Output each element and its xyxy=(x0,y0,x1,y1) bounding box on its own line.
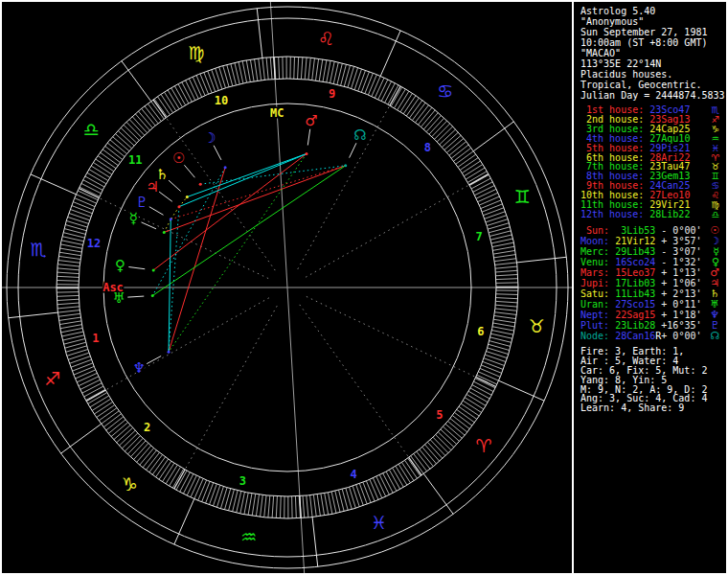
aspect-line-square xyxy=(169,168,225,352)
degree-tick xyxy=(378,80,388,100)
sign-glyph-virgo: ♍ xyxy=(188,42,204,63)
degree-tick xyxy=(474,381,494,391)
degree-tick xyxy=(202,481,211,501)
zodiac-sign-icon: ♎ xyxy=(711,210,719,219)
degree-tick xyxy=(209,484,216,505)
planet-row: Plut: 23Lib28 +16°35'♇ xyxy=(580,320,728,331)
planet-row: Sun: 3Lib53 - 0°00'☉ xyxy=(580,225,728,236)
planet-dot xyxy=(170,218,172,220)
degree-tick xyxy=(319,59,323,81)
degree-tick xyxy=(373,478,381,498)
degree-tick xyxy=(219,67,226,88)
house-number-9: 9 xyxy=(329,87,335,101)
aspect-line-sextile xyxy=(200,166,346,184)
element-summary: Fire: 3, Earth: 1,Air : 5, Water: 4Car: … xyxy=(580,347,728,413)
degree-tick xyxy=(493,250,515,254)
house-number-5: 5 xyxy=(436,408,443,422)
degree-tick xyxy=(237,492,241,513)
aspect-line-conjunction xyxy=(171,207,179,219)
degree-tick xyxy=(172,469,183,488)
degree-tick xyxy=(305,58,307,80)
degree-tick xyxy=(259,58,262,80)
header-line-2: Sun September 27, 1981 xyxy=(580,27,728,37)
aspect-line-sextile xyxy=(187,153,307,196)
planet-dot xyxy=(306,152,308,155)
degree-tick xyxy=(86,389,105,400)
degree-tick xyxy=(358,70,366,91)
degree-tick xyxy=(57,272,80,274)
planet-label: Satu: xyxy=(580,288,609,299)
degree-tick xyxy=(328,493,331,515)
degree-tick xyxy=(212,69,219,90)
house-cusp-line xyxy=(300,305,409,457)
header-line-4: "MACAO" xyxy=(580,48,728,58)
degree-tick xyxy=(475,379,495,388)
degree-tick xyxy=(70,209,91,217)
degree-tick xyxy=(183,474,193,494)
degree-tick xyxy=(485,355,506,361)
planet-offset-value: +16°35' xyxy=(661,320,701,331)
sign-glyph-gemini: ♊ xyxy=(514,186,531,207)
chart-info-header: Astrolog 5.40"Anonymous"Sun September 27… xyxy=(580,6,728,101)
degree-tick xyxy=(67,350,88,356)
degree-tick xyxy=(60,244,82,248)
stats-line-3: Yang: 8, Yin: 5 xyxy=(580,376,728,385)
degree-tick xyxy=(481,200,501,209)
planet-position-value: 29Lib43 xyxy=(615,246,655,257)
degree-tick xyxy=(57,276,79,277)
degree-tick xyxy=(69,356,90,364)
house-number-1: 1 xyxy=(92,332,99,345)
degree-tick xyxy=(276,496,277,518)
degree-tick xyxy=(281,496,282,518)
degree-tick xyxy=(363,482,371,502)
degree-tick xyxy=(248,494,252,516)
degree-tick xyxy=(368,75,376,95)
degree-tick xyxy=(58,313,80,316)
house-number-8: 8 xyxy=(424,141,431,154)
degree-tick xyxy=(58,261,80,264)
degree-tick xyxy=(496,279,518,280)
planet-position-value: 27Sco15 xyxy=(615,299,655,310)
sign-boundary-line xyxy=(122,61,151,102)
degree-tick xyxy=(216,487,223,508)
degree-tick xyxy=(81,183,102,193)
house-cusp-value: 28Lib22 xyxy=(649,209,690,219)
degree-tick xyxy=(58,256,80,259)
degree-tick xyxy=(361,72,369,93)
degree-tick xyxy=(82,383,102,394)
degree-tick xyxy=(482,204,502,212)
degree-tick xyxy=(194,478,203,498)
header-line-7: Tropical, Geocentric. xyxy=(580,80,728,90)
planet-dot xyxy=(152,268,155,271)
degree-tick xyxy=(68,353,89,359)
degree-tick xyxy=(391,87,401,106)
aspect-line-trine xyxy=(169,153,307,352)
header-line-0: Astrolog 5.40 xyxy=(580,6,728,16)
degree-tick xyxy=(372,76,380,96)
planet-label: Merc: xyxy=(580,246,609,257)
degree-tick xyxy=(57,295,79,296)
degree-tick xyxy=(272,496,274,518)
degree-tick xyxy=(208,71,216,92)
planet-dot xyxy=(177,205,180,208)
degree-tick xyxy=(487,219,508,226)
planet-row: Merc: 29Lib43 - 3°07'☿ xyxy=(580,246,728,257)
planet-position-value: 21Vir12 xyxy=(615,236,655,246)
house-cusp-band-mark xyxy=(390,86,400,105)
degree-tick xyxy=(59,321,81,325)
degree-tick xyxy=(57,303,80,305)
planet-offset-value: - 1°32' xyxy=(661,257,701,267)
degree-tick xyxy=(193,77,201,97)
sign-glyph-taurus: ♉ xyxy=(528,315,544,336)
header-line-8: Julian Day = 2444874.5833 xyxy=(580,90,728,101)
degree-tick xyxy=(379,475,389,495)
degree-tick xyxy=(191,477,200,497)
degree-tick xyxy=(468,391,488,402)
house-number-2: 2 xyxy=(144,421,150,434)
house-row: 12th house: 28Lib22♎ xyxy=(580,210,728,219)
degree-tick xyxy=(200,74,209,94)
planet-position-value: 28Can16 xyxy=(615,331,655,341)
degree-tick xyxy=(370,479,378,499)
degree-tick xyxy=(239,61,243,82)
house-number-3: 3 xyxy=(239,474,246,488)
